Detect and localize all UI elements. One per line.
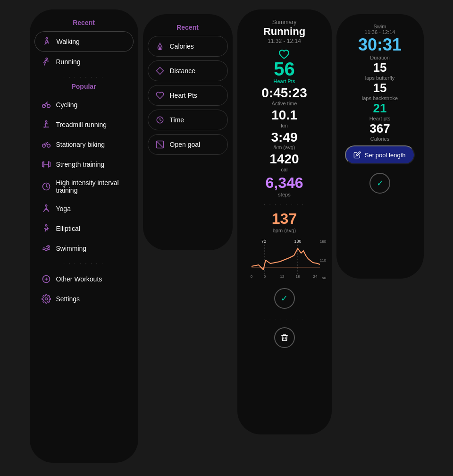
goal-heart-pts[interactable]: Heart Pts: [148, 85, 228, 106]
swimming-icon: [41, 243, 51, 254]
calories-value: 1420: [269, 152, 299, 167]
svg-point-10: [45, 205, 47, 206]
goal-time[interactable]: Time: [148, 110, 228, 130]
time-goal-label: Time: [170, 116, 185, 124]
running-icon: [41, 57, 51, 67]
chart-svg: 180 110 50 72 180 0 6 12 18 24: [247, 239, 327, 281]
workout-item-elliptical[interactable]: Elliptical: [34, 219, 134, 238]
goal-calories[interactable]: Calories: [148, 36, 228, 57]
hiit-icon: [41, 181, 51, 192]
laps-backstroke-label: laps backstroke: [362, 95, 398, 101]
swim-confirm-button[interactable]: ✓: [369, 173, 390, 194]
swim-duration-value: 30:31: [358, 35, 402, 55]
bpm-value: 137: [272, 210, 297, 228]
goals-recent-title: Recent: [176, 24, 199, 31]
running-label: Running: [56, 58, 81, 66]
calories-goal-label: Calories: [170, 42, 194, 50]
treadmill-label: Treadmill running: [56, 121, 107, 128]
heart-icon: [278, 49, 290, 60]
other-workouts-label: Other Workouts: [56, 275, 102, 283]
goals-panel: Recent Calories Distance Heart Pts: [143, 14, 233, 250]
workout-item-other[interactable]: Other Workouts: [34, 269, 134, 289]
popular-section-title: Popular: [71, 83, 96, 90]
goal-distance[interactable]: Distance: [148, 60, 228, 81]
yoga-icon: [41, 204, 51, 214]
distance-goal-label: Distance: [170, 67, 195, 75]
workout-item-cycling[interactable]: Cycling: [34, 95, 134, 115]
svg-point-16: [45, 298, 47, 300]
elliptical-label: Elliptical: [56, 225, 80, 232]
stationary-biking-icon: [41, 139, 51, 150]
pace-value: 3:49: [271, 130, 297, 145]
workout-item-yoga[interactable]: Yoga: [34, 199, 134, 219]
open-goal-label: Open goal: [170, 141, 201, 148]
swim-summary-panel: Swim 11:36 - 12:14 30:31 Duration 15 lap…: [336, 14, 424, 279]
yoga-label: Yoga: [56, 205, 71, 212]
workout-item-running[interactable]: Running: [34, 52, 134, 72]
svg-text:24: 24: [313, 274, 317, 279]
svg-text:72: 72: [261, 239, 266, 244]
calories-icon: [155, 41, 165, 51]
svg-text:50: 50: [322, 276, 326, 280]
goal-open[interactable]: Open goal: [148, 134, 228, 155]
distance-icon: [155, 66, 165, 76]
svg-point-11: [45, 225, 47, 226]
swim-activity-label: Swim: [374, 24, 386, 29]
swim-duration-label: Duration: [370, 55, 390, 60]
cycling-icon: [41, 100, 51, 110]
separator-2: · · · · · · · ·: [63, 261, 104, 266]
workout-item-settings[interactable]: Settings: [34, 289, 134, 309]
recent-section-title: Recent: [73, 19, 95, 26]
svg-marker-17: [156, 68, 163, 75]
confirm-button[interactable]: ✓: [274, 288, 295, 309]
separator-1: · · · · · · · ·: [63, 75, 104, 80]
delete-button[interactable]: [274, 327, 295, 348]
swim-calories-label: Calories: [370, 136, 389, 142]
svg-text:180: 180: [319, 239, 326, 244]
active-time-label: Active time: [272, 101, 297, 106]
heart-pts-icon: [155, 90, 165, 101]
settings-icon: [41, 294, 51, 304]
active-time-value: 0:45:23: [261, 86, 307, 101]
cycling-label: Cycling: [56, 101, 78, 109]
svg-text:0: 0: [250, 274, 252, 279]
hiit-label: High intensity interval training: [56, 179, 127, 194]
calories-label: cal: [281, 167, 287, 172]
workout-list-panel: Recent Walking Running · · · · · · · · P…: [30, 9, 138, 463]
walking-icon: [42, 36, 52, 47]
workout-item-strength[interactable]: Strength training: [34, 154, 134, 174]
strength-label: Strength training: [56, 161, 105, 168]
steps-label: steps: [278, 192, 290, 197]
set-pool-length-button[interactable]: Set pool length: [345, 145, 415, 164]
strength-icon: [41, 159, 51, 170]
laps-butterfly-label: laps butterfly: [365, 75, 394, 81]
workout-item-treadmill[interactable]: Treadmill running: [34, 115, 134, 135]
other-workouts-icon: [41, 274, 51, 284]
time-icon: [155, 115, 165, 125]
heart-pts-container: 56 Heart Pts: [274, 49, 295, 84]
laps-butterfly-value: 15: [373, 60, 387, 75]
workout-item-hiit[interactable]: High intensity interval training: [34, 174, 134, 199]
heart-pts-goal-label: Heart Pts: [170, 92, 197, 99]
swim-heart-pts-value: 21: [373, 101, 387, 116]
edit-icon: [353, 151, 361, 159]
open-goal-icon: [155, 139, 165, 150]
workout-item-swimming[interactable]: Swimming: [34, 238, 134, 258]
activity-title: Running: [263, 26, 305, 38]
bottom-separator: · · · · · · · ·: [264, 316, 305, 322]
laps-backstroke-value: 15: [373, 81, 387, 95]
stationary-biking-label: Stationary biking: [56, 141, 105, 148]
pace-label: /km (avg): [274, 144, 295, 150]
walking-label: Walking: [57, 38, 80, 45]
distance-value: 10.1: [271, 108, 297, 123]
workout-item-stationary-biking[interactable]: Stationary biking: [34, 135, 134, 154]
swim-calories-value: 367: [369, 121, 390, 136]
swim-time-range: 11:36 - 12:14: [365, 29, 395, 35]
svg-rect-7: [42, 162, 43, 167]
running-summary-panel: Summary Running 11:32 - 12:14 56 Heart P…: [237, 9, 332, 434]
summary-separator: · · · · · · · ·: [264, 202, 305, 207]
svg-point-12: [48, 246, 49, 247]
workout-item-walking[interactable]: Walking: [34, 31, 134, 52]
swim-heart-pts-label: Heart pts: [369, 116, 391, 121]
set-pool-label: Set pool length: [365, 152, 406, 159]
